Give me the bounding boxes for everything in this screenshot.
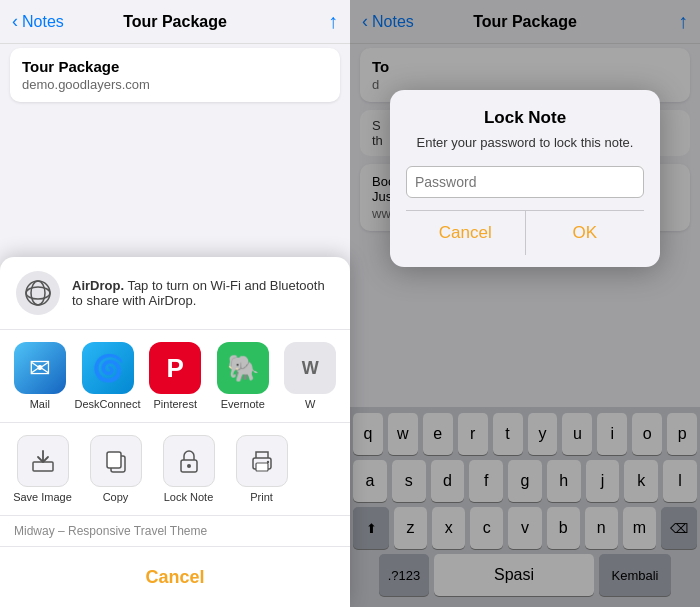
app-icon-pinterest[interactable]: P Pinterest xyxy=(146,342,206,410)
password-input[interactable] xyxy=(406,166,644,198)
print-action[interactable]: Print xyxy=(229,435,294,503)
dialog-content: Lock Note Enter your password to lock th… xyxy=(390,90,660,267)
evernote-label: Evernote xyxy=(221,398,265,410)
airdrop-bold: AirDrop. xyxy=(72,278,124,293)
left-share-icon[interactable]: ↑ xyxy=(328,10,338,33)
print-icon xyxy=(236,435,288,487)
left-top-bar: ‹ Notes Tour Package ↑ xyxy=(0,0,350,44)
dialog-ok-button[interactable]: OK xyxy=(526,211,645,255)
lock-note-action[interactable]: Lock Note xyxy=(156,435,221,503)
svg-rect-5 xyxy=(107,452,121,468)
share-footer-note: Midway – Responsive Travel Theme xyxy=(0,516,350,547)
evernote-icon: 🐘 xyxy=(217,342,269,394)
dialog-cancel-button[interactable]: Cancel xyxy=(406,211,526,255)
svg-point-7 xyxy=(187,464,191,468)
deskconnect-label: DeskConnect xyxy=(74,398,140,410)
more-label: W xyxy=(305,398,315,410)
deskconnect-icon: 🌀 xyxy=(82,342,134,394)
left-note-card: Tour Package demo.goodlayers.com xyxy=(10,48,340,102)
copy-icon xyxy=(90,435,142,487)
share-sheet: AirDrop. Tap to turn on Wi-Fi and Blueto… xyxy=(0,257,350,607)
dialog-title: Lock Note xyxy=(406,108,644,128)
more-icon: W xyxy=(284,342,336,394)
lock-note-label: Lock Note xyxy=(164,491,214,503)
dialog-overlay: Lock Note Enter your password to lock th… xyxy=(350,0,700,607)
cancel-button[interactable]: Cancel xyxy=(10,555,340,599)
app-icon-more[interactable]: W W xyxy=(281,342,341,410)
mail-label: Mail xyxy=(30,398,50,410)
app-icons-row: ✉ Mail 🌀 DeskConnect P Pinterest 🐘 Evern… xyxy=(0,330,350,423)
right-panel: ‹ Notes Tour Package ↑ To d Sth Book You… xyxy=(350,0,700,607)
airdrop-icon xyxy=(16,271,60,315)
svg-point-10 xyxy=(266,461,268,463)
action-icons-row: Save Image Copy Lock Note Print xyxy=(0,423,350,516)
left-page-title: Tour Package xyxy=(123,13,227,31)
note-card-subtitle: demo.goodlayers.com xyxy=(22,77,328,92)
pinterest-label: Pinterest xyxy=(154,398,197,410)
svg-rect-9 xyxy=(256,463,268,471)
dialog-buttons: Cancel OK xyxy=(406,210,644,255)
dialog-message: Enter your password to lock this note. xyxy=(406,134,644,152)
svg-point-2 xyxy=(26,287,50,299)
app-icon-deskconnect[interactable]: 🌀 DeskConnect xyxy=(78,342,138,410)
svg-rect-3 xyxy=(33,462,53,471)
copy-action[interactable]: Copy xyxy=(83,435,148,503)
left-panel: ‹ Notes Tour Package ↑ Tour Package demo… xyxy=(0,0,350,607)
save-image-icon xyxy=(17,435,69,487)
left-back-label: Notes xyxy=(22,13,64,31)
print-label: Print xyxy=(250,491,273,503)
copy-label: Copy xyxy=(103,491,129,503)
app-icon-mail[interactable]: ✉ Mail xyxy=(10,342,70,410)
chevron-left-icon: ‹ xyxy=(12,11,18,32)
save-image-label: Save Image xyxy=(13,491,72,503)
pinterest-icon: P xyxy=(149,342,201,394)
svg-point-0 xyxy=(26,281,50,305)
lock-note-dialog: Lock Note Enter your password to lock th… xyxy=(390,90,660,267)
airdrop-text: AirDrop. Tap to turn on Wi-Fi and Blueto… xyxy=(72,278,334,308)
airdrop-row[interactable]: AirDrop. Tap to turn on Wi-Fi and Blueto… xyxy=(0,257,350,330)
lock-note-icon xyxy=(163,435,215,487)
mail-icon: ✉ xyxy=(14,342,66,394)
save-image-action[interactable]: Save Image xyxy=(10,435,75,503)
app-icon-evernote[interactable]: 🐘 Evernote xyxy=(213,342,273,410)
note-card-title: Tour Package xyxy=(22,58,328,75)
left-back-button[interactable]: ‹ Notes xyxy=(12,11,64,32)
svg-point-1 xyxy=(31,281,45,305)
